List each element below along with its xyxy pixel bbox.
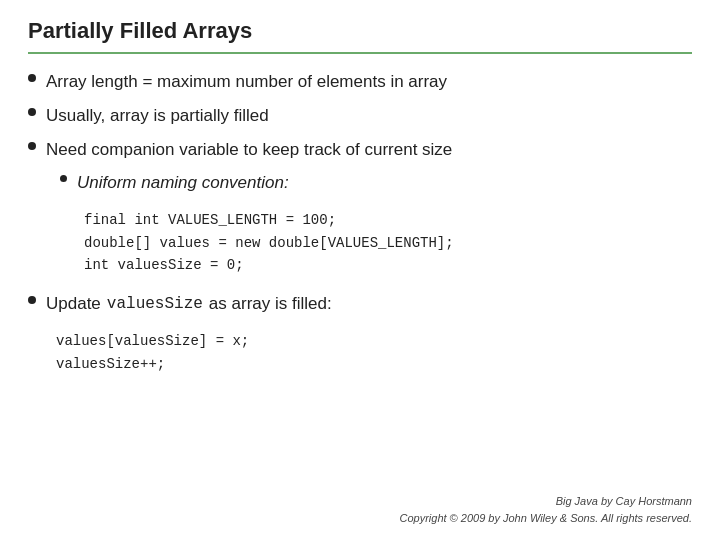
code-line-3: int valuesSize = 0; <box>84 254 692 276</box>
update-prefix: Update <box>46 292 101 316</box>
content-area: Array length = maximum number of element… <box>28 70 692 487</box>
footer-line1: Big Java by Cay Horstmann <box>28 493 692 510</box>
bullet-item-2: Usually, array is partially filled <box>28 104 692 128</box>
sub-bullet-label: Uniform naming convention: <box>77 171 289 195</box>
bullet-item-1: Array length = maximum number of element… <box>28 70 692 94</box>
update-suffix: as array is filled: <box>209 292 332 316</box>
bullet-item-3: Need companion variable to keep track of… <box>28 138 692 162</box>
slide-title: Partially Filled Arrays <box>28 18 692 54</box>
bullet-text-2: Usually, array is partially filled <box>46 104 269 128</box>
update-inline-code: valuesSize <box>107 293 203 315</box>
bullet-text-1: Array length = maximum number of element… <box>46 70 447 94</box>
update-line: Update valuesSize as array is filled: <box>46 292 332 316</box>
footer-line2: Copyright © 2009 by John Wiley & Sons. A… <box>28 510 692 527</box>
bullet-dot-update <box>28 296 36 304</box>
bullet-dot-2 <box>28 108 36 116</box>
bullet-dot-3 <box>28 142 36 150</box>
code-block-update: values[valuesSize] = x; valuesSize++; <box>56 330 692 375</box>
code-line-1: final int VALUES_LENGTH = 100; <box>84 209 692 231</box>
bullet-dot-1 <box>28 74 36 82</box>
bullet-item-update: Update valuesSize as array is filled: <box>28 292 692 316</box>
update-code-line-1: values[valuesSize] = x; <box>56 330 692 352</box>
footer: Big Java by Cay Horstmann Copyright © 20… <box>28 487 692 526</box>
code-block-naming: final int VALUES_LENGTH = 100; double[] … <box>84 209 692 276</box>
code-line-2: double[] values = new double[VALUES_LENG… <box>84 232 692 254</box>
sub-bullet-naming: Uniform naming convention: <box>60 171 692 195</box>
slide-container: Partially Filled Arrays Array length = m… <box>0 0 720 540</box>
bullet-text-3: Need companion variable to keep track of… <box>46 138 452 162</box>
update-code-line-2: valuesSize++; <box>56 353 692 375</box>
sub-bullet-dot <box>60 175 67 182</box>
